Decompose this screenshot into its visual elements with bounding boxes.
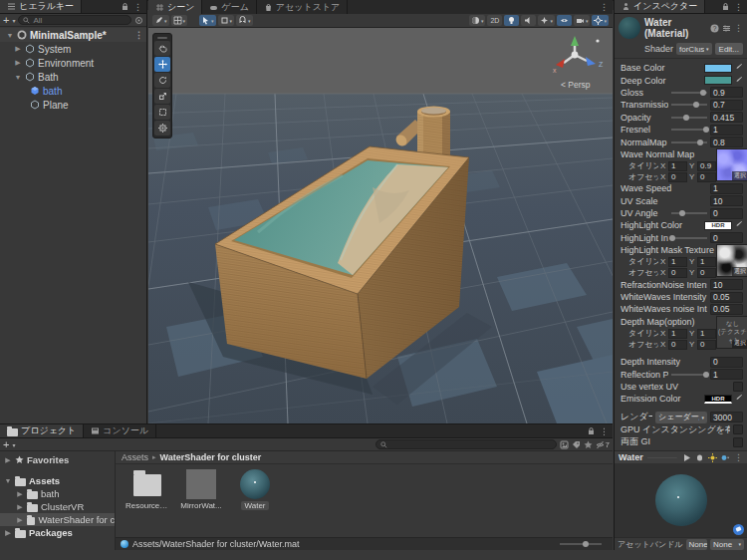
lighting-toggle-button[interactable] <box>504 15 519 26</box>
2d-toggle-button[interactable]: 2D <box>487 15 502 26</box>
persp-label[interactable]: < Persp <box>561 80 591 90</box>
thumbnail-size-slider[interactable] <box>560 543 602 545</box>
gizmos-button[interactable]: ▾ <box>592 15 609 26</box>
add-object-caret[interactable]: ▾ <box>12 17 15 24</box>
normalmap-intensity-slider[interactable] <box>671 141 707 143</box>
panel-menu-icon[interactable]: ⋮ <box>734 2 743 12</box>
base-color-swatch[interactable] <box>704 64 732 73</box>
highlight-intensity-slider[interactable] <box>671 237 707 239</box>
tiling-x-field[interactable]: 1 <box>668 329 687 339</box>
project-search-input[interactable] <box>375 439 557 449</box>
tab-console[interactable]: コンソール <box>84 424 156 437</box>
tree-item-clustervr[interactable]: ▶ ClusterVR <box>0 500 115 513</box>
fresnel-value[interactable]: 1 <box>710 125 743 136</box>
tree-item-packages[interactable]: ▶ Packages <box>0 526 115 539</box>
favorites-star-icon[interactable] <box>584 440 593 449</box>
deep-color-swatch[interactable] <box>704 76 732 85</box>
lock-icon[interactable] <box>121 2 129 11</box>
tree-item-bath[interactable]: ▶ bath <box>0 487 115 500</box>
play-icon[interactable] <box>682 453 691 462</box>
camera-settings-button[interactable]: ▾ <box>574 15 591 26</box>
breadcrumb-root[interactable]: Assets <box>122 452 148 462</box>
audio-toggle-button[interactable] <box>521 15 536 26</box>
shader-edit-button[interactable]: Edit... <box>715 43 743 55</box>
palette-drag-handle[interactable] <box>154 36 170 40</box>
add-object-button[interactable]: + <box>3 15 9 25</box>
texture-select-button[interactable]: 選択 <box>732 340 747 348</box>
pivot-toggle-button[interactable]: ▾ <box>218 15 235 26</box>
offset-x-field[interactable]: 0 <box>668 340 687 350</box>
asset-item-water[interactable]: Water <box>233 469 277 537</box>
normalmap-intensity-value[interactable]: 0.8 <box>710 137 743 147</box>
whitewaves-intensity-value[interactable]: 0.05 <box>710 292 743 303</box>
lock-icon[interactable] <box>721 2 730 11</box>
tab-inspector[interactable]: インスペクター <box>615 0 705 13</box>
eyedropper-icon[interactable] <box>735 63 743 73</box>
tree-item-watershader[interactable]: ▶ WaterShader for cluster <box>0 513 115 526</box>
eyedropper-icon[interactable] <box>735 220 743 230</box>
tool-settings-button[interactable]: ▾ <box>152 15 169 26</box>
asset-bundle-variant-dropdown[interactable]: None▾ <box>710 539 744 550</box>
asset-bundle-dropdown[interactable]: None▾ <box>686 539 708 550</box>
lock-icon[interactable] <box>587 426 596 435</box>
double-sided-gi-checkbox[interactable] <box>733 437 743 447</box>
preview-resize-handle[interactable] <box>646 456 679 459</box>
reflection-probe-slider[interactable] <box>671 374 707 376</box>
use-vertex-uv-checkbox[interactable] <box>733 382 743 392</box>
tiling-y-field[interactable]: 0.9 <box>697 161 716 171</box>
effects-toggle-button[interactable]: ▾ <box>538 15 555 26</box>
grid-settings-button[interactable]: ▾ <box>171 15 188 26</box>
texture-select-button[interactable]: 選択 <box>732 267 747 276</box>
panel-menu-icon[interactable]: ⋮ <box>600 426 609 436</box>
rect-tool-button[interactable] <box>154 105 170 120</box>
snap-button[interactable]: ▾ <box>236 15 253 26</box>
opacity-value[interactable]: 0.415 <box>710 112 743 123</box>
preview-sphere-dropdown-icon[interactable] <box>721 453 730 462</box>
tiling-y-field[interactable]: 1 <box>697 257 716 267</box>
depth-intensity-value[interactable]: 0 <box>710 357 743 368</box>
tiling-x-field[interactable]: 1 <box>668 161 687 171</box>
tab-project[interactable]: プロジェクト <box>0 424 84 437</box>
asset-item-mirrorwater[interactable]: MirrorWat... <box>179 469 223 537</box>
render-queue-dropdown[interactable]: シェーダーから▾ <box>655 412 707 423</box>
offset-x-field[interactable]: 0 <box>668 268 687 278</box>
tiling-y-field[interactable]: 1 <box>697 329 716 339</box>
material-preview-area[interactable] <box>615 463 747 537</box>
highlight-color-swatch[interactable]: HDR <box>704 221 732 230</box>
offset-x-field[interactable]: 0 <box>668 172 687 182</box>
preview-menu-icon[interactable]: ⋮ <box>734 452 743 462</box>
hierarchy-scene-row[interactable]: ▼ MinimalSample* ⋮ <box>0 28 146 42</box>
breadcrumb-current[interactable]: WaterShader for cluster <box>160 452 262 462</box>
hand-tool-button[interactable] <box>154 41 170 56</box>
preview-light-icon[interactable] <box>708 453 717 462</box>
eyedropper-icon[interactable] <box>735 76 743 86</box>
fresnel-slider[interactable] <box>671 129 707 131</box>
shader-dropdown[interactable]: forCluster/New_Toc▾ <box>676 43 712 55</box>
scene-picking-icon[interactable] <box>134 16 143 25</box>
gloss-value[interactable]: 0.9 <box>710 87 743 98</box>
move-tool-button[interactable] <box>154 57 170 72</box>
panel-menu-icon[interactable]: ⋮ <box>600 2 609 12</box>
hierarchy-item-bath[interactable]: bath <box>0 84 146 98</box>
gloss-slider[interactable] <box>671 92 707 94</box>
create-asset-caret[interactable]: ▾ <box>12 441 15 448</box>
depth-map-thumbnail[interactable]: なし (テクスチャ) 選択 <box>716 316 747 349</box>
rotate-tool-button[interactable] <box>154 73 170 88</box>
tree-item-assets[interactable]: ▼ Assets <box>0 474 115 487</box>
mesh-shape-icon[interactable] <box>695 453 704 462</box>
hidden-count-button[interactable]: 7 <box>596 440 610 449</box>
hierarchy-search-input[interactable]: All <box>18 15 131 25</box>
whitewaves-noise-value[interactable]: 0.05 <box>710 304 743 315</box>
uv-angle-slider[interactable] <box>671 212 707 214</box>
refractionnoise-value[interactable]: 10 <box>710 279 743 290</box>
scene-visibility-button[interactable] <box>557 15 572 26</box>
tree-item-favorites[interactable]: ▶ Favorites <box>0 453 115 466</box>
hierarchy-item-bath-group[interactable]: ▼ Bath <box>0 70 146 84</box>
transmission-slider[interactable] <box>671 104 707 106</box>
tab-asset-store[interactable]: アセットストア <box>257 0 348 14</box>
highlight-mask-thumbnail[interactable]: 選択 <box>716 244 747 277</box>
help-icon[interactable]: ? <box>710 24 719 33</box>
hierarchy-item-plane[interactable]: Plane <box>0 98 146 112</box>
emission-color-swatch[interactable]: HDR <box>704 395 732 404</box>
panel-menu-icon[interactable]: ⋮ <box>133 2 142 12</box>
